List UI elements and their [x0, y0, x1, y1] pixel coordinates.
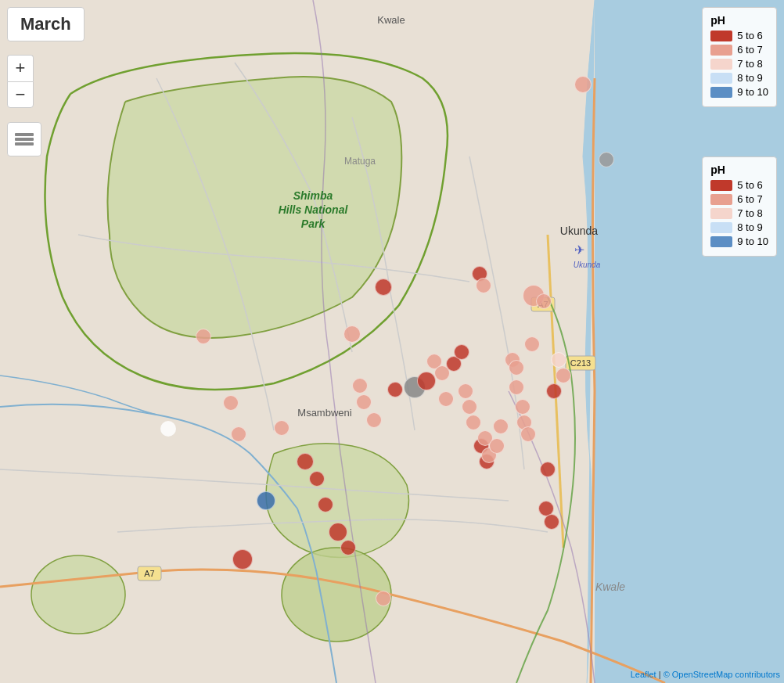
- data-point[interactable]: [352, 378, 368, 394]
- layer-icon: [15, 133, 34, 146]
- legend-item-label: 8 to 9: [737, 221, 763, 233]
- svg-text:Shimba: Shimba: [293, 189, 333, 202]
- data-point[interactable]: [462, 399, 477, 415]
- svg-text:Msambweni: Msambweni: [297, 407, 351, 419]
- legend-item: 7 to 8: [710, 58, 768, 70]
- data-point[interactable]: [476, 278, 491, 293]
- map-background: Kwale Matuga Shimba Hills National Park …: [0, 0, 784, 683]
- zoom-in-button[interactable]: +: [7, 55, 34, 81]
- legend-item-label: 6 to 7: [737, 44, 763, 56]
- legend-item: 9 to 10: [710, 235, 768, 247]
- data-point[interactable]: [466, 415, 481, 430]
- legend-item-label: 7 to 8: [737, 58, 763, 70]
- data-point[interactable]: [524, 336, 540, 352]
- layer-toggle-button[interactable]: [7, 122, 41, 156]
- data-point[interactable]: [297, 453, 314, 470]
- svg-text:C213: C213: [570, 358, 591, 368]
- svg-text:A7: A7: [144, 569, 154, 578]
- svg-text:Matuga: Matuga: [344, 156, 376, 167]
- data-point[interactable]: [309, 471, 325, 487]
- data-point[interactable]: [274, 420, 290, 436]
- leaflet-link[interactable]: Leaflet: [631, 670, 656, 679]
- data-point[interactable]: [546, 383, 562, 399]
- legend-bottom-title: pH: [710, 164, 768, 176]
- osm-link[interactable]: © OpenStreetMap contributors: [664, 670, 780, 679]
- month-label: March: [7, 7, 85, 41]
- legend-item-label: 9 to 10: [737, 86, 768, 98]
- data-point[interactable]: [231, 426, 246, 442]
- legend-item-label: 5 to 6: [737, 179, 763, 191]
- data-point[interactable]: [574, 76, 592, 93]
- data-point[interactable]: [196, 329, 211, 344]
- svg-text:✈: ✈: [574, 243, 584, 257]
- legend-item: 7 to 8: [710, 207, 768, 219]
- data-point[interactable]: [329, 523, 347, 541]
- legend-item: 9 to 10: [710, 86, 768, 98]
- legend-color-swatch: [710, 236, 732, 247]
- data-point[interactable]: [540, 462, 556, 477]
- data-point[interactable]: [544, 514, 559, 530]
- legend-color-swatch: [710, 87, 732, 98]
- svg-text:Hills National: Hills National: [279, 203, 349, 216]
- svg-point-4: [282, 548, 391, 642]
- legend-item: 5 to 6: [710, 30, 768, 41]
- data-point[interactable]: [458, 383, 473, 399]
- data-point[interactable]: [356, 394, 372, 410]
- data-point[interactable]: [343, 325, 361, 343]
- legend-item: 6 to 7: [710, 44, 768, 56]
- data-point[interactable]: [536, 293, 552, 309]
- legend-item-label: 8 to 9: [737, 72, 763, 84]
- legend-item: 6 to 7: [710, 193, 768, 205]
- data-point[interactable]: [515, 399, 530, 415]
- legend-bottom-items: 5 to 66 to 77 to 88 to 99 to 10: [710, 179, 768, 247]
- data-point[interactable]: [493, 419, 509, 434]
- legend-top-items: 5 to 66 to 77 to 88 to 99 to 10: [710, 30, 768, 98]
- svg-point-3: [31, 555, 125, 634]
- legend-item-label: 6 to 7: [737, 193, 763, 205]
- legend-item-label: 9 to 10: [737, 235, 768, 247]
- zoom-controls: + −: [7, 55, 34, 108]
- svg-text:Kwale: Kwale: [595, 581, 625, 593]
- data-point[interactable]: [376, 591, 391, 606]
- legend-color-swatch: [710, 59, 732, 70]
- data-point[interactable]: [489, 438, 505, 454]
- data-point[interactable]: [454, 344, 469, 360]
- data-point[interactable]: [318, 497, 333, 512]
- legend-item-label: 7 to 8: [737, 207, 763, 219]
- data-point[interactable]: [375, 279, 392, 296]
- legend-color-swatch: [710, 45, 732, 56]
- svg-text:Kwale: Kwale: [377, 14, 405, 26]
- data-point[interactable]: [160, 421, 176, 437]
- attribution: Leaflet | © OpenStreetMap contributors: [631, 670, 780, 679]
- data-point[interactable]: [551, 352, 566, 368]
- legend-color-swatch: [710, 180, 732, 191]
- map-container: Kwale Matuga Shimba Hills National Park …: [0, 0, 784, 683]
- legend-color-swatch: [710, 194, 732, 205]
- svg-text:Ukunda: Ukunda: [574, 261, 601, 269]
- data-point[interactable]: [232, 549, 253, 570]
- zoom-out-button[interactable]: −: [7, 81, 34, 108]
- data-point[interactable]: [509, 360, 524, 376]
- data-point[interactable]: [223, 395, 239, 411]
- legend-bottom: pH 5 to 66 to 77 to 88 to 99 to 10: [702, 156, 777, 257]
- data-point[interactable]: [257, 491, 275, 510]
- svg-text:Ukunda: Ukunda: [560, 225, 598, 237]
- legend-color-swatch: [710, 222, 732, 233]
- data-point[interactable]: [366, 412, 382, 428]
- legend-top-title: pH: [710, 14, 768, 27]
- data-point[interactable]: [417, 372, 436, 390]
- legend-item: 8 to 9: [710, 221, 768, 233]
- data-point[interactable]: [387, 382, 403, 397]
- data-point[interactable]: [599, 152, 614, 167]
- data-point[interactable]: [509, 379, 524, 395]
- data-point[interactable]: [556, 368, 571, 383]
- legend-color-swatch: [710, 31, 732, 41]
- legend-item: 5 to 6: [710, 179, 768, 191]
- svg-text:Park: Park: [301, 217, 326, 230]
- legend-item-label: 5 to 6: [737, 30, 763, 41]
- legend-color-swatch: [710, 73, 732, 84]
- data-point[interactable]: [438, 391, 454, 407]
- data-point[interactable]: [520, 426, 536, 442]
- legend-item: 8 to 9: [710, 72, 768, 84]
- data-point[interactable]: [340, 540, 356, 555]
